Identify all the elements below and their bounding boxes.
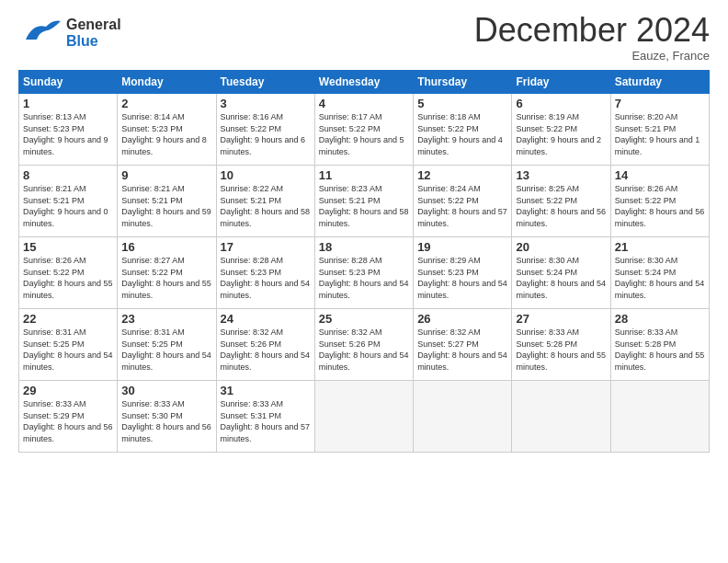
week-row-4: 22 Sunrise: 8:31 AM Sunset: 5:25 PM Dayl… <box>19 309 710 381</box>
day-info: Sunrise: 8:23 AM Sunset: 5:21 PM Dayligh… <box>319 183 409 229</box>
day-number: 23 <box>121 312 211 326</box>
day-4: 4 Sunrise: 8:17 AM Sunset: 5:22 PM Dayli… <box>314 94 413 166</box>
day-info: Sunrise: 8:26 AM Sunset: 5:22 PM Dayligh… <box>23 255 113 301</box>
day-info: Sunrise: 8:17 AM Sunset: 5:22 PM Dayligh… <box>319 111 409 157</box>
calendar: Sunday Monday Tuesday Wednesday Thursday… <box>18 70 710 453</box>
day-number: 10 <box>221 168 311 182</box>
day-number: 8 <box>23 168 113 182</box>
day-number: 3 <box>221 97 311 110</box>
day-info: Sunrise: 8:16 AM Sunset: 5:22 PM Dayligh… <box>221 111 311 157</box>
day-number: 6 <box>516 97 606 110</box>
day-number: 7 <box>615 97 705 110</box>
day-number: 31 <box>221 384 311 397</box>
header-thursday: Thursday <box>414 71 512 94</box>
day-number: 2 <box>121 97 211 110</box>
day-24: 24 Sunrise: 8:32 AM Sunset: 5:26 PM Dayl… <box>216 309 314 381</box>
day-13: 13 Sunrise: 8:25 AM Sunset: 5:22 PM Dayl… <box>512 166 610 237</box>
day-info: Sunrise: 8:24 AM Sunset: 5:22 PM Dayligh… <box>417 183 507 229</box>
day-info: Sunrise: 8:27 AM Sunset: 5:22 PM Dayligh… <box>121 255 211 301</box>
day-number: 29 <box>23 384 113 397</box>
title-block: December 2024 Eauze, France <box>474 14 710 63</box>
day-info: Sunrise: 8:28 AM Sunset: 5:23 PM Dayligh… <box>319 255 409 301</box>
day-number: 17 <box>221 240 311 254</box>
day-number: 13 <box>516 168 606 182</box>
day-number: 21 <box>615 240 705 254</box>
day-info: Sunrise: 8:30 AM Sunset: 5:24 PM Dayligh… <box>615 255 705 301</box>
day-info: Sunrise: 8:33 AM Sunset: 5:30 PM Dayligh… <box>121 398 211 444</box>
day-14: 14 Sunrise: 8:26 AM Sunset: 5:22 PM Dayl… <box>610 166 709 237</box>
logo-blue-text: Blue <box>66 33 121 50</box>
day-info: Sunrise: 8:21 AM Sunset: 5:21 PM Dayligh… <box>23 183 113 229</box>
week-row-1: 1 Sunrise: 8:13 AM Sunset: 5:23 PM Dayli… <box>19 94 710 166</box>
day-16: 16 Sunrise: 8:27 AM Sunset: 5:22 PM Dayl… <box>118 237 216 309</box>
day-number: 1 <box>23 97 113 110</box>
day-number: 16 <box>121 240 211 254</box>
day-12: 12 Sunrise: 8:24 AM Sunset: 5:22 PM Dayl… <box>414 166 512 237</box>
day-5: 5 Sunrise: 8:18 AM Sunset: 5:22 PM Dayli… <box>414 94 512 166</box>
day-info: Sunrise: 8:14 AM Sunset: 5:23 PM Dayligh… <box>121 111 211 157</box>
day-21: 21 Sunrise: 8:30 AM Sunset: 5:24 PM Dayl… <box>610 237 709 309</box>
week-row-2: 8 Sunrise: 8:21 AM Sunset: 5:21 PM Dayli… <box>19 166 710 237</box>
header: General Blue December 2024 Eauze, France <box>18 14 710 63</box>
day-number: 14 <box>615 168 705 182</box>
day-number: 15 <box>23 240 113 254</box>
week-row-5: 29 Sunrise: 8:33 AM Sunset: 5:29 PM Dayl… <box>19 381 710 453</box>
day-2: 2 Sunrise: 8:14 AM Sunset: 5:23 PM Dayli… <box>118 94 216 166</box>
day-number: 27 <box>516 312 606 326</box>
day-number: 24 <box>221 312 311 326</box>
day-info: Sunrise: 8:33 AM Sunset: 5:28 PM Dayligh… <box>615 327 705 373</box>
day-29: 29 Sunrise: 8:33 AM Sunset: 5:29 PM Dayl… <box>19 381 118 453</box>
day-number: 28 <box>615 312 705 326</box>
day-number: 12 <box>417 168 507 182</box>
day-number: 19 <box>417 240 507 254</box>
day-1: 1 Sunrise: 8:13 AM Sunset: 5:23 PM Dayli… <box>19 94 118 166</box>
day-info: Sunrise: 8:31 AM Sunset: 5:25 PM Dayligh… <box>23 327 113 373</box>
day-19: 19 Sunrise: 8:29 AM Sunset: 5:23 PM Dayl… <box>414 237 512 309</box>
day-23: 23 Sunrise: 8:31 AM Sunset: 5:25 PM Dayl… <box>118 309 216 381</box>
day-info: Sunrise: 8:13 AM Sunset: 5:23 PM Dayligh… <box>23 111 113 157</box>
day-info: Sunrise: 8:29 AM Sunset: 5:23 PM Dayligh… <box>417 255 507 301</box>
header-sunday: Sunday <box>19 71 118 94</box>
day-info: Sunrise: 8:25 AM Sunset: 5:22 PM Dayligh… <box>516 183 606 229</box>
day-18: 18 Sunrise: 8:28 AM Sunset: 5:23 PM Dayl… <box>314 237 413 309</box>
day-28: 28 Sunrise: 8:33 AM Sunset: 5:28 PM Dayl… <box>610 309 709 381</box>
day-8: 8 Sunrise: 8:21 AM Sunset: 5:21 PM Dayli… <box>19 166 118 237</box>
empty-cell <box>414 381 512 453</box>
logo-general-text: General <box>66 17 121 33</box>
day-number: 11 <box>319 168 409 182</box>
day-number: 18 <box>319 240 409 254</box>
day-info: Sunrise: 8:32 AM Sunset: 5:26 PM Dayligh… <box>221 327 311 373</box>
day-number: 4 <box>319 97 409 110</box>
location: Eauze, France <box>474 49 710 63</box>
day-info: Sunrise: 8:20 AM Sunset: 5:21 PM Dayligh… <box>615 111 705 157</box>
day-3: 3 Sunrise: 8:16 AM Sunset: 5:22 PM Dayli… <box>216 94 314 166</box>
logo-bird-icon <box>18 14 63 52</box>
day-22: 22 Sunrise: 8:31 AM Sunset: 5:25 PM Dayl… <box>19 309 118 381</box>
day-number: 20 <box>516 240 606 254</box>
logo-name: General Blue <box>66 17 121 49</box>
day-info: Sunrise: 8:33 AM Sunset: 5:31 PM Dayligh… <box>221 398 311 444</box>
day-30: 30 Sunrise: 8:33 AM Sunset: 5:30 PM Dayl… <box>118 381 216 453</box>
day-info: Sunrise: 8:26 AM Sunset: 5:22 PM Dayligh… <box>615 183 705 229</box>
header-saturday: Saturday <box>610 71 709 94</box>
week-row-3: 15 Sunrise: 8:26 AM Sunset: 5:22 PM Dayl… <box>19 237 710 309</box>
day-6: 6 Sunrise: 8:19 AM Sunset: 5:22 PM Dayli… <box>512 94 610 166</box>
weekday-header-row: Sunday Monday Tuesday Wednesday Thursday… <box>19 71 710 94</box>
day-9: 9 Sunrise: 8:21 AM Sunset: 5:21 PM Dayli… <box>118 166 216 237</box>
month-title: December 2024 <box>474 14 710 47</box>
header-monday: Monday <box>118 71 216 94</box>
day-26: 26 Sunrise: 8:32 AM Sunset: 5:27 PM Dayl… <box>414 309 512 381</box>
day-info: Sunrise: 8:32 AM Sunset: 5:26 PM Dayligh… <box>319 327 409 373</box>
day-number: 9 <box>121 168 211 182</box>
header-wednesday: Wednesday <box>314 71 413 94</box>
day-info: Sunrise: 8:33 AM Sunset: 5:29 PM Dayligh… <box>23 398 113 444</box>
day-11: 11 Sunrise: 8:23 AM Sunset: 5:21 PM Dayl… <box>314 166 413 237</box>
day-number: 25 <box>319 312 409 326</box>
empty-cell <box>314 381 413 453</box>
page: General Blue December 2024 Eauze, France… <box>0 0 728 563</box>
day-info: Sunrise: 8:31 AM Sunset: 5:25 PM Dayligh… <box>121 327 211 373</box>
day-info: Sunrise: 8:32 AM Sunset: 5:27 PM Dayligh… <box>417 327 507 373</box>
day-17: 17 Sunrise: 8:28 AM Sunset: 5:23 PM Dayl… <box>216 237 314 309</box>
day-20: 20 Sunrise: 8:30 AM Sunset: 5:24 PM Dayl… <box>512 237 610 309</box>
day-number: 26 <box>417 312 507 326</box>
